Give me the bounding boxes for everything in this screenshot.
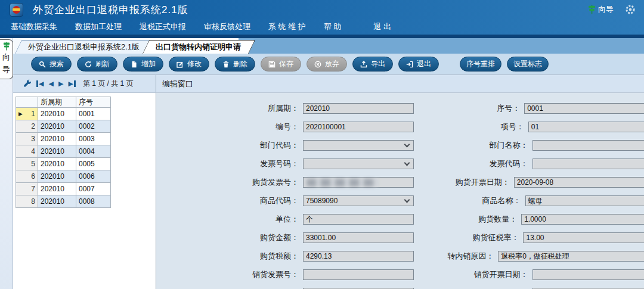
cell-seq[interactable]: 0008 bbox=[76, 195, 111, 208]
cell-seq[interactable]: 0001 bbox=[76, 108, 111, 120]
set-flag-button[interactable]: 设置标志 bbox=[507, 57, 549, 72]
field-input[interactable] bbox=[532, 140, 644, 151]
save-button[interactable]: 保存 bbox=[261, 57, 301, 72]
table-row[interactable]: 22020100002 bbox=[16, 120, 111, 133]
field-input[interactable]: 1.0000 bbox=[521, 214, 644, 225]
field-input[interactable]: 螺母 bbox=[525, 195, 644, 206]
field-value: 1.0000 bbox=[524, 215, 546, 223]
field-value: 75089090 bbox=[306, 197, 338, 205]
table-row[interactable]: 42020100004 bbox=[16, 145, 111, 158]
cell-seq[interactable]: 0002 bbox=[76, 120, 111, 133]
cell-seq[interactable]: 0005 bbox=[76, 158, 111, 170]
field-select[interactable] bbox=[303, 159, 414, 169]
field-label: 购货发票号： bbox=[156, 177, 303, 188]
table-row[interactable]: 62020100006 bbox=[16, 170, 111, 183]
prev-page-button[interactable]: ◀ bbox=[48, 80, 53, 87]
cell-period[interactable]: 202010 bbox=[38, 108, 76, 120]
form-field: 销货开票日期： bbox=[419, 269, 644, 280]
cell-seq[interactable]: 0007 bbox=[76, 183, 111, 195]
gear-icon[interactable] bbox=[625, 4, 636, 15]
menu-item-3[interactable]: 退税正式申报 bbox=[140, 21, 186, 32]
menu-item-7[interactable]: 退 出 bbox=[373, 21, 391, 32]
field-label: 商品代码： bbox=[156, 195, 303, 206]
first-page-button[interactable]: ◀ bbox=[36, 80, 44, 87]
cell-period[interactable]: 202010 bbox=[38, 133, 76, 145]
field-input[interactable]: 202010 bbox=[303, 103, 414, 114]
tab-2[interactable]: 出口货物转内销证明申请 bbox=[143, 40, 249, 54]
row-selector[interactable]: 4 bbox=[16, 145, 38, 158]
button-label: 搜索 bbox=[49, 59, 64, 69]
field-select[interactable]: 75089090 bbox=[303, 195, 414, 206]
cell-period[interactable]: 202010 bbox=[38, 195, 76, 208]
field-select[interactable] bbox=[303, 140, 414, 151]
field-input[interactable] bbox=[303, 269, 414, 280]
tab-label: 出口货物转内销证明申请 bbox=[156, 42, 241, 52]
row-selector[interactable]: ▶1 bbox=[16, 108, 38, 120]
discard-button[interactable]: 放弃 bbox=[306, 57, 347, 72]
menu-item-4[interactable]: 审核反馈处理 bbox=[204, 21, 250, 32]
field-label: 购货数量： bbox=[419, 214, 521, 225]
field-input[interactable]: 0001 bbox=[524, 103, 644, 114]
records-table: 所属期序号 ▶120201000012202010000232020100003… bbox=[16, 97, 111, 208]
cell-period[interactable]: 202010 bbox=[38, 145, 76, 158]
field-value: 2020-09-08 bbox=[517, 178, 553, 187]
row-selector[interactable]: 8 bbox=[16, 195, 38, 208]
field-input[interactable]: 4290.13 bbox=[303, 251, 414, 262]
menu-item-1[interactable]: 基础数据采集 bbox=[11, 21, 57, 32]
table-row[interactable]: ▶12020100001 bbox=[16, 108, 111, 120]
field-input[interactable]: 2020-09-08 bbox=[514, 177, 644, 188]
wizard-button[interactable]: 向导 bbox=[588, 4, 614, 15]
cell-period[interactable]: 202010 bbox=[38, 120, 76, 133]
left-sidebar: 向 导 bbox=[0, 38, 13, 289]
refresh-button[interactable]: 刷新 bbox=[77, 57, 117, 72]
menu-item-5[interactable]: 系 统 维 护 bbox=[268, 21, 306, 32]
delete-button[interactable]: 删除 bbox=[215, 57, 255, 72]
exit-button[interactable]: 退出 bbox=[398, 57, 439, 72]
add-button[interactable]: 增加 bbox=[123, 57, 163, 72]
search-button[interactable]: 搜索 bbox=[31, 57, 72, 72]
form-field: 转内销原因：退税率0，做征税处理 bbox=[419, 251, 644, 262]
wrench-icon[interactable] bbox=[23, 79, 32, 88]
cell-seq[interactable]: 0006 bbox=[76, 170, 111, 183]
cell-period[interactable]: 202010 bbox=[38, 158, 76, 170]
next-page-button[interactable]: ▶ bbox=[58, 80, 63, 87]
edit-button[interactable]: 修改 bbox=[169, 57, 209, 72]
cell-period[interactable]: 202010 bbox=[38, 183, 76, 195]
field-label: 所属期： bbox=[156, 103, 303, 114]
row-selector[interactable]: 7 bbox=[16, 183, 38, 195]
cell-seq[interactable]: 0003 bbox=[76, 133, 111, 145]
cell-period[interactable]: 202010 bbox=[38, 170, 76, 183]
table-row[interactable]: 52020100005 bbox=[16, 158, 111, 170]
button-label: 设置标志 bbox=[513, 59, 542, 69]
table-row[interactable]: 72020100007 bbox=[16, 183, 111, 195]
export-button[interactable]: 导出 bbox=[352, 57, 393, 72]
row-selector[interactable]: 2 bbox=[16, 120, 38, 133]
field-value: 2020100001 bbox=[306, 123, 346, 131]
field-input[interactable] bbox=[303, 177, 414, 188]
cell-seq[interactable]: 0004 bbox=[76, 145, 111, 158]
form-field: 购货金额：33001.00 bbox=[156, 232, 419, 243]
field-input[interactable]: 33001.00 bbox=[303, 232, 414, 243]
field-input[interactable]: 个 bbox=[303, 214, 414, 225]
row-selector[interactable]: 6 bbox=[16, 170, 38, 183]
table-row[interactable]: 82020100008 bbox=[16, 195, 111, 208]
form-field: 购货开票日期：2020-09-08 bbox=[419, 177, 644, 188]
row-selector[interactable]: 3 bbox=[16, 133, 38, 145]
field-input[interactable]: 2020100001 bbox=[303, 122, 414, 132]
field-label: 编号： bbox=[156, 122, 303, 132]
menu-item-2[interactable]: 数据加工处理 bbox=[75, 21, 122, 32]
field-input[interactable] bbox=[532, 159, 644, 169]
row-selector[interactable]: 5 bbox=[16, 158, 38, 170]
reorder-button[interactable]: 序号重排 bbox=[460, 57, 501, 72]
field-input[interactable]: 退税率0，做征税处理 bbox=[498, 251, 644, 262]
field-input[interactable]: 01 bbox=[528, 122, 644, 132]
table-row[interactable]: 32020100003 bbox=[16, 133, 111, 145]
field-label: 购货税额： bbox=[156, 251, 303, 262]
field-input[interactable] bbox=[532, 269, 644, 280]
field-value: 4290.13 bbox=[306, 252, 332, 260]
tab-1[interactable]: 外贸企业出口退税申报系统2.1版 bbox=[15, 40, 147, 54]
last-page-button[interactable]: ▶ bbox=[68, 80, 75, 87]
menu-item-6[interactable]: 帮 助 bbox=[324, 21, 342, 32]
sidebar-wizard-tab[interactable]: 向 导 bbox=[0, 39, 13, 79]
field-input[interactable]: 13.00 bbox=[523, 232, 644, 243]
